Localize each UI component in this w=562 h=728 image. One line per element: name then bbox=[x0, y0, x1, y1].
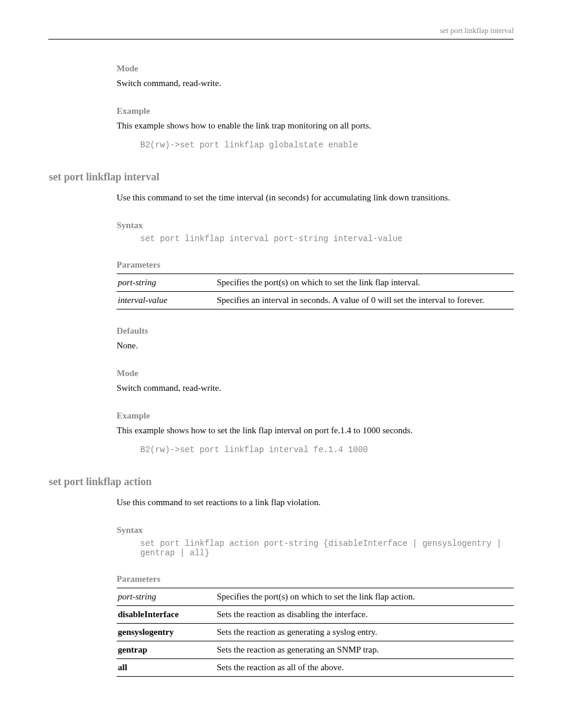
params-heading-1: Parameters bbox=[117, 260, 514, 270]
param-name: disableInterface bbox=[117, 606, 216, 624]
page-content: Mode Switch command, read-write. Example… bbox=[117, 64, 514, 683]
command-title-1: set port linkflap interval bbox=[49, 171, 446, 183]
param-desc: Specifies the port(s) on which to set th… bbox=[216, 274, 514, 292]
syntax-heading-1: Syntax bbox=[117, 220, 514, 230]
command-title-2: set port linkflap action bbox=[49, 476, 446, 488]
example-code-2: B2(rw)->set port linkflap interval fe.1.… bbox=[140, 445, 514, 454]
syntax-heading-2: Syntax bbox=[117, 525, 514, 535]
defaults-heading-1: Defaults bbox=[117, 326, 514, 336]
table-row: gentrap Sets the reaction as generating … bbox=[117, 641, 514, 659]
param-desc: Specifies the port(s) on which to set th… bbox=[216, 588, 514, 606]
mode-heading-2: Mode bbox=[117, 368, 514, 378]
param-name: port-string bbox=[117, 588, 216, 606]
example-text-2: This example shows how to set the link f… bbox=[117, 424, 514, 437]
param-desc: Sets the reaction as generating an SNMP … bbox=[216, 641, 514, 659]
command-desc-1: Use this command to set the time interva… bbox=[117, 192, 514, 204]
table-row: gensyslogentry Sets the reaction as gene… bbox=[117, 624, 514, 641]
command-desc-2: Use this command to set reactions to a l… bbox=[117, 496, 514, 509]
param-desc: Sets the reaction as all of the above. bbox=[216, 659, 514, 677]
table-row: port-string Specifies the port(s) on whi… bbox=[117, 274, 514, 292]
param-desc: Sets the reaction as generating a syslog… bbox=[216, 624, 514, 641]
example-heading-2: Example bbox=[117, 411, 514, 421]
table-row: interval-value Specifies an interval in … bbox=[117, 292, 514, 309]
params-heading-2: Parameters bbox=[117, 574, 514, 584]
table-row: all Sets the reaction as all of the abov… bbox=[117, 659, 514, 677]
params-table-1: port-string Specifies the port(s) on whi… bbox=[117, 274, 514, 309]
param-name: interval-value bbox=[117, 292, 216, 309]
param-name: port-string bbox=[117, 274, 216, 292]
table-row: port-string Specifies the port(s) on whi… bbox=[117, 588, 514, 606]
example-text-1: This example shows how to enable the lin… bbox=[117, 120, 514, 132]
param-desc: Sets the reaction as disabling the inter… bbox=[216, 606, 514, 624]
syntax-code-1: set port linkflap interval port-string i… bbox=[140, 234, 514, 243]
example-code-1: B2(rw)->set port linkflap globalstate en… bbox=[140, 140, 514, 150]
param-desc: Specifies an interval in seconds. A valu… bbox=[216, 292, 514, 309]
example-heading-1: Example bbox=[117, 106, 514, 116]
header-rule bbox=[48, 39, 514, 39]
mode-text-1: Switch command, read-write. bbox=[117, 77, 514, 90]
mode-text-2: Switch command, read-write. bbox=[117, 382, 514, 394]
param-name: gensyslogentry bbox=[117, 624, 216, 641]
param-name: gentrap bbox=[117, 641, 216, 659]
syntax-code-2: set port linkflap action port-string {di… bbox=[140, 539, 514, 558]
header-text: set port linkflap interval bbox=[440, 26, 514, 35]
param-name: all bbox=[117, 659, 216, 677]
defaults-text-1: None. bbox=[117, 340, 514, 352]
table-row: disableInterface Sets the reaction as di… bbox=[117, 606, 514, 624]
mode-heading-1: Mode bbox=[117, 64, 514, 74]
params-table-2: port-string Specifies the port(s) on whi… bbox=[117, 588, 514, 677]
